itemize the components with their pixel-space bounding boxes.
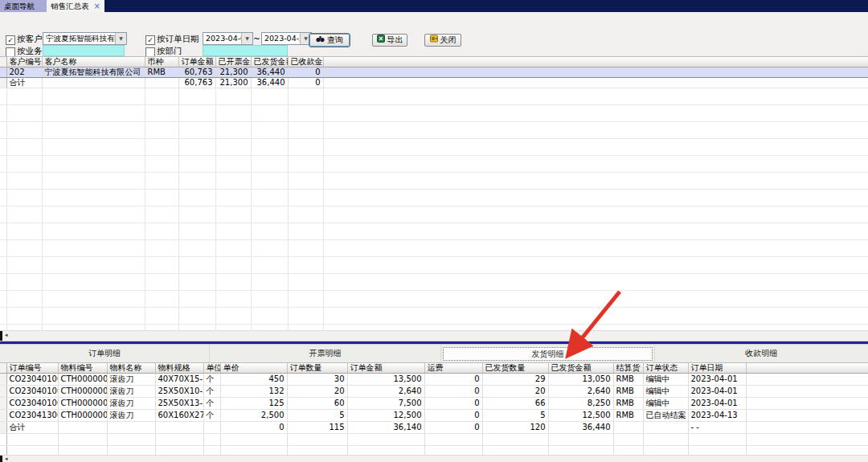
close-tab-icon[interactable]: ×: [94, 0, 100, 12]
cell: [746, 410, 868, 422]
cell: [107, 422, 155, 434]
row-header-gutter: [0, 398, 6, 410]
table-row[interactable]: 202宁波夏拓智能科技有限公司RMB60,76321,30036,4400: [0, 67, 868, 78]
tab-receipt-detail[interactable]: 收款明细: [655, 345, 868, 363]
cell: [178, 206, 215, 223]
cell: [548, 434, 613, 446]
cell: [323, 156, 868, 173]
cell: [215, 88, 251, 105]
cell: 13,500: [347, 374, 424, 386]
cell: 个: [203, 398, 220, 410]
close-button-label: 关闭: [440, 35, 457, 46]
cell: [145, 122, 178, 139]
customer-filter-checkbox[interactable]: ✓: [6, 35, 15, 45]
row-header-gutter: [0, 139, 6, 156]
cell: [288, 173, 323, 190]
date-from-select[interactable]: 2023-04-01 ▼: [203, 32, 253, 45]
cell: [251, 88, 288, 105]
tab-receipt-detail-label: 收款明细: [657, 347, 866, 360]
tab-sales-summary-label: 销售汇总表: [51, 0, 89, 12]
dropdown-arrow-icon[interactable]: ▼: [115, 33, 126, 44]
salesperson-input[interactable]: [43, 45, 125, 56]
cell: 合计: [6, 422, 58, 434]
cell: [145, 257, 178, 274]
cell: [6, 308, 42, 325]
empty-row: [0, 257, 868, 274]
cell: [58, 434, 107, 446]
tab-sales-summary[interactable]: 销售汇总表 ×: [47, 0, 104, 12]
cell: [288, 139, 323, 156]
row-header-gutter: [0, 386, 6, 398]
dropdown-arrow-icon[interactable]: ▼: [241, 33, 252, 44]
cell: 36,440: [251, 67, 288, 78]
empty-row: [0, 156, 868, 173]
cell: [323, 190, 868, 206]
cell: 12,500: [548, 410, 613, 422]
summary-horizontal-scrollbar[interactable]: ◂: [0, 330, 868, 341]
cell: [42, 173, 145, 190]
cell: [688, 434, 746, 446]
cell: [251, 223, 288, 240]
cell: [288, 105, 323, 122]
tab-invoice-detail[interactable]: 开票明细: [210, 345, 441, 363]
order-date-filter-checkbox[interactable]: ✓: [145, 35, 155, 45]
cell: [746, 374, 868, 386]
cell: 编辑中: [643, 374, 688, 386]
cell: RMB: [613, 386, 643, 398]
cell: [251, 274, 288, 291]
table-row[interactable]: CO230413002CTH0000000258滚齿刀60X160X27-30(…: [0, 410, 868, 422]
table-row[interactable]: CO230401002CTH0000000208滚齿刀25X50X10-30(1…: [0, 386, 868, 398]
query-button[interactable]: 查询: [309, 34, 350, 47]
column-header: 物料规格: [155, 363, 203, 374]
cell: [746, 434, 868, 446]
close-button[interactable]: 关闭: [424, 34, 461, 47]
row-header-gutter: [0, 434, 6, 446]
cell: [145, 240, 178, 257]
scroll-left-icon[interactable]: ◂: [5, 456, 8, 462]
cell: 2023-04-13: [688, 410, 746, 422]
cell: 25X50X13-30(122: [155, 398, 203, 410]
scroll-left-icon[interactable]: ◂: [5, 331, 8, 340]
cell: [215, 257, 251, 274]
customer-summary-grid: 客户编号客户名称币种订单金额已开票金额已发货金额已收款金额 202宁波夏拓智能科…: [0, 56, 868, 331]
cell: [323, 257, 868, 274]
table-row[interactable]: 合计011536,140012036,440- -: [0, 422, 868, 434]
cell: [215, 139, 251, 156]
cell: CO230413002: [6, 410, 58, 422]
cell: 0: [424, 374, 482, 386]
tab-desktop-navigation[interactable]: 桌面导航: [0, 0, 47, 12]
cell: [178, 291, 215, 308]
customer-select[interactable]: 宁波夏拓智能科技有限公 ▼: [43, 32, 127, 45]
scrollbar-handle[interactable]: [0, 331, 2, 341]
table-row[interactable]: CO230401002CTH0000000021滚齿刀40X70X15-30(1…: [0, 374, 868, 386]
cell: [323, 122, 868, 139]
column-header: 订单编号: [6, 363, 58, 374]
cell: [323, 139, 868, 156]
cell: [178, 88, 215, 105]
cell: [215, 240, 251, 257]
cell: 滚齿刀: [107, 374, 155, 386]
department-input[interactable]: [203, 45, 288, 56]
cell: 7,500: [347, 398, 424, 410]
tab-order-detail[interactable]: 订单明细: [0, 345, 210, 363]
table-row[interactable]: 合计60,76321,30036,4400: [0, 78, 868, 88]
cell: [58, 422, 107, 434]
row-header-gutter: [0, 78, 6, 88]
column-header: 已发货数量: [482, 363, 548, 374]
cell: [251, 308, 288, 325]
cell: [145, 139, 178, 156]
cell: [155, 434, 203, 446]
date-to-select[interactable]: 2023-04-25 ▼: [261, 32, 312, 45]
detail-horizontal-scrollbar[interactable]: ◂: [0, 455, 868, 462]
empty-row: [0, 173, 868, 190]
cell: 宁波夏拓智能科技有限公司: [42, 67, 145, 78]
customer-filter-label: 按客户: [17, 34, 43, 44]
export-button[interactable]: 导出: [372, 34, 407, 47]
cell: 450: [220, 374, 287, 386]
row-header-gutter: [0, 410, 6, 422]
scrollbar-handle[interactable]: [0, 456, 2, 462]
red-arrow-annotation: [542, 284, 631, 364]
cell: 21,300: [215, 67, 251, 78]
table-row[interactable]: CO230401002CTH0000000209滚齿刀25X50X13-30(1…: [0, 398, 868, 410]
cell: [424, 434, 482, 446]
